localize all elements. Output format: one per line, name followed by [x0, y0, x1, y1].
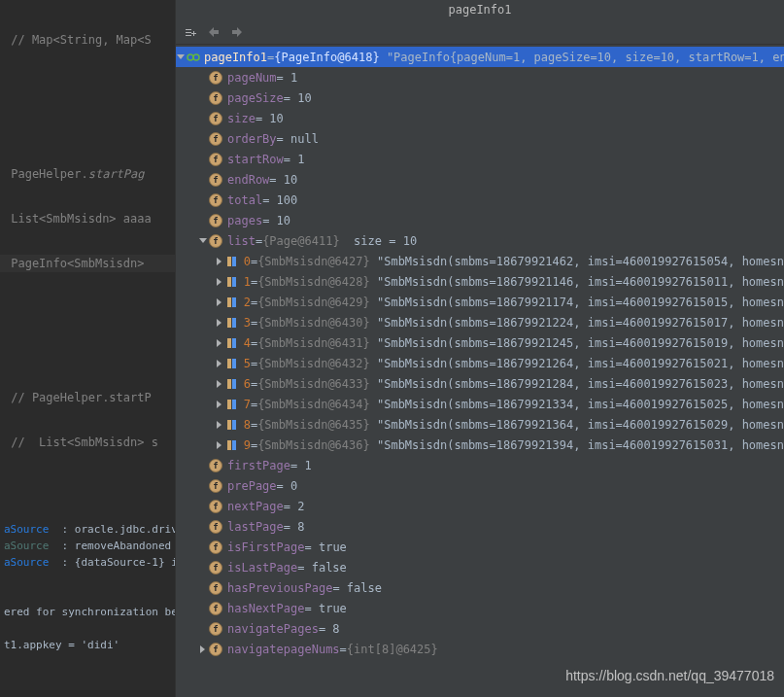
watermark: https://blog.csdn.net/qq_39477018: [565, 668, 774, 683]
tree-list-item[interactable]: 2 = {SmbMsisdn@6429} "SmbMsisdn(smbms=18…: [176, 292, 784, 312]
debugger-panel: pageInfo1 pageInfo1 = {PageInfo@6418} "P…: [175, 0, 784, 697]
tree-list-item[interactable]: 8 = {SmbMsisdn@6435} "SmbMsisdn(smbms=18…: [176, 414, 784, 435]
tree-field[interactable]: fstartRow = 1: [176, 149, 784, 169]
tree-field[interactable]: fisLastPage = false: [176, 557, 784, 577]
var-obj: {SmbMsisdn@6428}: [257, 275, 370, 289]
code-line: PageHelper.startPag: [0, 165, 175, 183]
var-name: pages: [227, 214, 262, 227]
tree-list-item[interactable]: 1 = {SmbMsisdn@6428} "SmbMsisdn(smbms=18…: [176, 271, 784, 292]
field-icon: f: [209, 459, 222, 472]
tree-field[interactable]: ftotal = 100: [176, 190, 784, 210]
tree-list-item[interactable]: 7 = {SmbMsisdn@6434} "SmbMsisdn(smbms=18…: [176, 394, 784, 414]
tree-field[interactable]: fhasPreviousPage = false: [176, 577, 784, 598]
array-element-icon: [225, 297, 239, 307]
var-string: "SmbMsisdn(smbms=18679921364, imsi=46001…: [377, 418, 784, 432]
var-obj: {SmbMsisdn@6434}: [257, 398, 370, 411]
code-line: PageInfo<SmbMsisdn>: [0, 255, 175, 272]
field-icon: f: [209, 520, 222, 534]
console-line: aSource : oracle.jdbc.driver: [0, 521, 175, 538]
expander-right-icon[interactable]: [214, 359, 223, 368]
console-output[interactable]: aSource : oracle.jdbc.driveraSource : re…: [0, 521, 175, 697]
console-line: [0, 653, 175, 670]
var-name: pageInfo1: [204, 51, 267, 64]
expander-right-icon[interactable]: [214, 297, 223, 307]
field-icon: f: [209, 581, 222, 595]
field-icon: f: [209, 193, 222, 207]
field-icon: f: [209, 173, 222, 187]
var-obj: {SmbMsisdn@6430}: [257, 316, 370, 330]
var-extra: size = 10: [354, 234, 417, 248]
console-line: [0, 587, 175, 604]
tree-list-item[interactable]: 3 = {SmbMsisdn@6430} "SmbMsisdn(smbms=18…: [176, 312, 784, 332]
nav-forward-icon[interactable]: [230, 25, 244, 39]
editor-panel: // Map<String, Map<S PageHelper.startPag…: [0, 0, 175, 697]
var-obj: {SmbMsisdn@6433}: [257, 377, 370, 391]
tree-field[interactable]: fsize = 10: [176, 108, 784, 128]
tree-root[interactable]: pageInfo1 = {PageInfo@6418} "PageInfo{pa…: [176, 47, 784, 67]
tree-list-item[interactable]: 5 = {SmbMsisdn@6432} "SmbMsisdn(smbms=18…: [176, 353, 784, 373]
tree-field[interactable]: forderBy = null: [176, 128, 784, 149]
console-line: aSource : {dataSource-1} ini: [0, 554, 175, 571]
nav-back-icon[interactable]: [207, 25, 221, 39]
var-string: "SmbMsisdn(smbms=18679921462, imsi=46001…: [377, 255, 784, 268]
expander-down-icon[interactable]: [176, 52, 185, 62]
variables-tree[interactable]: pageInfo1 = {PageInfo@6418} "PageInfo{pa…: [176, 45, 784, 659]
array-element-icon: [225, 420, 239, 430]
code-area[interactable]: // Map<String, Map<S PageHelper.startPag…: [0, 0, 175, 482]
tree-field[interactable]: fhasNextPage = true: [176, 598, 784, 618]
tree-field[interactable]: fpages = 10: [176, 210, 784, 230]
tree-list-item[interactable]: 9 = {SmbMsisdn@6436} "SmbMsisdn(smbms=18…: [176, 435, 784, 455]
var-index: 2: [244, 296, 251, 309]
svg-point-0: [187, 54, 193, 60]
console-line: [0, 571, 175, 587]
var-name: total: [227, 193, 262, 207]
expander-right-icon[interactable]: [214, 277, 223, 287]
var-index: 0: [244, 255, 251, 268]
tree-list-node[interactable]: f list = {Page@6411} size = 10: [176, 230, 784, 251]
expander-right-icon[interactable]: [214, 338, 223, 348]
expander-right-icon[interactable]: [214, 420, 223, 430]
array-element-icon: [225, 440, 239, 450]
tree-field[interactable]: ffirstPage = 1: [176, 455, 784, 475]
tree-field[interactable]: fprePage = 0: [176, 475, 784, 496]
code-line: List<SmbMsisdn> aaaa: [0, 210, 175, 227]
var-obj: {SmbMsisdn@6436}: [257, 438, 370, 452]
expander-right-icon[interactable]: [214, 440, 223, 450]
expander-down-icon[interactable]: [197, 236, 207, 246]
tree-list-item[interactable]: 0 = {SmbMsisdn@6427} "SmbMsisdn(smbms=18…: [176, 251, 784, 271]
var-name: hasPreviousPage: [227, 581, 332, 595]
expander-right-icon[interactable]: [214, 257, 223, 266]
var-name: list: [227, 234, 256, 248]
field-icon: f: [209, 602, 222, 615]
tree-field[interactable]: fpageSize = 10: [176, 87, 784, 108]
new-watch-icon[interactable]: [184, 25, 197, 39]
var-name: pageSize: [227, 91, 284, 105]
field-icon: f: [209, 540, 222, 554]
expander-right-icon[interactable]: [214, 379, 223, 389]
console-line: [0, 686, 175, 697]
expander-right-icon[interactable]: [214, 400, 223, 409]
tree-field[interactable]: fisFirstPage = true: [176, 537, 784, 557]
console-line: [0, 620, 175, 637]
var-obj: {Page@6411}: [262, 234, 339, 248]
var-name: pageNum: [227, 71, 277, 85]
tree-list-item[interactable]: 6 = {SmbMsisdn@6433} "SmbMsisdn(smbms=18…: [176, 373, 784, 394]
tree-field[interactable]: fpageNum = 1: [176, 67, 784, 87]
expander-right-icon[interactable]: [214, 318, 223, 328]
tree-list-item[interactable]: 4 = {SmbMsisdn@6431} "SmbMsisdn(smbms=18…: [176, 332, 784, 353]
tree-field[interactable]: fnextPage = 2: [176, 496, 784, 516]
var-string: "SmbMsisdn(smbms=18679921146, imsi=46001…: [377, 275, 784, 289]
tree-field[interactable]: flastPage = 8: [176, 516, 784, 537]
tree-navnums-node[interactable]: f navigatepageNums = {int[8]@6425}: [176, 639, 784, 659]
var-index: 3: [244, 316, 251, 330]
field-icon: f: [209, 214, 222, 227]
array-element-icon: [225, 400, 239, 409]
var-obj: {SmbMsisdn@6427}: [257, 255, 370, 268]
tree-field[interactable]: fendRow = 10: [176, 169, 784, 190]
tree-field[interactable]: fnavigatePages = 8: [176, 618, 784, 639]
var-name: nextPage: [227, 500, 284, 513]
var-string: "SmbMsisdn(smbms=18679921224, imsi=46001…: [377, 316, 784, 330]
debugger-toolbar: [176, 19, 784, 45]
var-summary: "PageInfo{pageNum=1, pageSize=10, size=1…: [387, 51, 784, 64]
expander-right-icon[interactable]: [197, 645, 207, 654]
